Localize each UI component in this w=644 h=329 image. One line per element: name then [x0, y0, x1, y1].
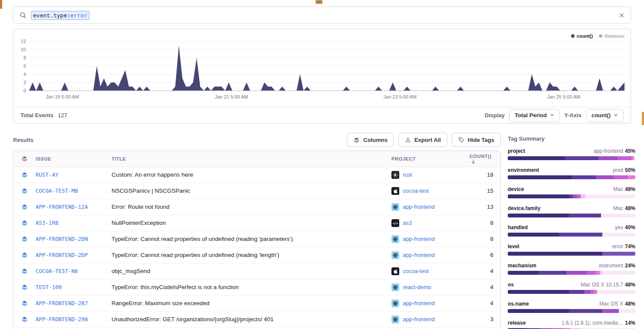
- issue-title: UnauthorizedError: GET /organizations/{o…: [112, 316, 273, 322]
- issue-link[interactable]: APP-FRONTEND-298: [36, 316, 88, 322]
- results-table-card: ISSUE TITLE PROJECT COUNT() RUST-AYCusto…: [13, 151, 501, 329]
- platform-icon-apple: [391, 267, 399, 275]
- discover-events-page: { "search": { "token_key": "event.type:"…: [0, 0, 644, 329]
- tag-distribution-bar[interactable]: [508, 156, 635, 160]
- svg-text:10: 10: [21, 47, 26, 52]
- results-table: ISSUE TITLE PROJECT COUNT() RUST-AYCusto…: [13, 151, 501, 329]
- issue-stack-icon: [21, 252, 28, 258]
- tag-key: os.name: [508, 301, 529, 307]
- tag-icon: [458, 137, 464, 143]
- tag-top-percent: 48%: [625, 282, 635, 288]
- events-chart-card: count() Releases 024681012Jan 19 5:00 AM…: [13, 29, 631, 124]
- tag-distribution-bar[interactable]: [508, 233, 635, 237]
- svg-text:12: 12: [21, 39, 26, 44]
- platform-icon-code: </>: [391, 219, 399, 227]
- issue-title: TypeError: Cannot read properties of und…: [112, 252, 279, 258]
- issue-stack-icon: [21, 171, 28, 178]
- issue-stack-icon: [21, 316, 28, 322]
- display-dropdown-value: Total Period: [515, 112, 547, 118]
- hide-tags-button[interactable]: Hide Tags: [452, 133, 501, 147]
- screenshot-handle-top: [315, 0, 322, 4]
- table-row: TEST-100TypeError: this.myCodeIsPerfect …: [13, 279, 501, 295]
- issue-title: Custom: An error happens here: [112, 171, 193, 178]
- issue-stack-icon: [21, 188, 28, 194]
- tag-project: projectapp-frontend45%: [508, 148, 635, 160]
- tag-key: device.family: [508, 205, 540, 211]
- event-count: 8: [469, 231, 501, 247]
- project-link[interactable]: cocoa-test: [403, 268, 429, 274]
- tag-top-value: Mac OS X48%: [599, 301, 635, 307]
- issue-link[interactable]: RUST-AY: [36, 171, 59, 178]
- tag-distribution-bar[interactable]: [508, 175, 635, 179]
- event-count: 3: [469, 311, 501, 327]
- project-link[interactable]: cocoa-test: [403, 188, 429, 194]
- tag-top-value: yes40%: [615, 224, 635, 230]
- svg-text:Jan 23 5:00 AM: Jan 23 5:00 AM: [384, 94, 417, 99]
- issue-title: TypeError: this.myCodeIsPerfect is not a…: [112, 284, 239, 290]
- events-over-time-chart[interactable]: 024681012Jan 19 5:00 AMJan 21 5:00 AMJan…: [17, 38, 627, 103]
- platform-icon-react: [391, 235, 399, 243]
- column-header-issue[interactable]: ISSUE: [35, 151, 111, 167]
- tag-key: mechanism: [508, 263, 536, 269]
- platform-icon-react: [391, 251, 399, 259]
- search-query-token[interactable]: event.type:error: [31, 11, 89, 20]
- screenshot-handle-right: [642, 112, 644, 125]
- svg-text:Jan 21 5:00 AM: Jan 21 5:00 AM: [215, 94, 248, 99]
- svg-text:4: 4: [23, 72, 26, 77]
- layers-column-icon: [21, 155, 28, 162]
- tag-mechanism: mechanisminstrument24%: [508, 263, 635, 275]
- table-row: APP-FRONTEND-2DPTypeError: Cannot read p…: [13, 247, 501, 263]
- issue-link[interactable]: TEST-100: [36, 284, 62, 290]
- event-count: 8: [469, 215, 501, 231]
- column-header-count[interactable]: COUNT(): [469, 151, 501, 167]
- chart-footer: Total Events 127 Display Total Period Y-…: [13, 107, 631, 123]
- issue-link[interactable]: COCOA-TEST-N6: [36, 268, 78, 274]
- project-link[interactable]: app-frontend: [403, 300, 435, 306]
- yaxis-dropdown-value: count(): [591, 112, 611, 118]
- table-row: COCOA-TEST-N6objc_msgSendcocoa-test4: [13, 263, 501, 279]
- tag-top-percent: 45%: [625, 148, 635, 154]
- project-link[interactable]: app-frontend: [403, 236, 435, 242]
- search-bar[interactable]: event.type:error: [13, 7, 631, 24]
- columns-button[interactable]: Columns: [347, 133, 394, 147]
- export-all-button[interactable]: Export All: [398, 133, 447, 147]
- column-header-project[interactable]: PROJECT: [391, 151, 469, 167]
- tag-device.family: device.familyMac48%: [508, 205, 635, 217]
- issue-link[interactable]: APP-FRONTEND-12A: [36, 204, 88, 210]
- results-header-bar: Results Columns Export All Hide Tags: [13, 133, 501, 147]
- issue-title: NSCGSPanicv | NSCGSPanic: [112, 188, 190, 194]
- issue-link[interactable]: APP-FRONTEND-2DP: [36, 252, 88, 258]
- issue-link[interactable]: COCOA-TEST-MB: [36, 188, 78, 194]
- project-link[interactable]: rust: [403, 171, 412, 178]
- project-link[interactable]: app-frontend: [403, 252, 435, 258]
- issue-stack-icon: [21, 204, 28, 210]
- tag-distribution-bar[interactable]: [508, 194, 635, 198]
- column-header-title[interactable]: TITLE: [111, 151, 391, 167]
- issue-link[interactable]: APP-FRONTEND-2B7: [36, 300, 88, 306]
- tag-key: device: [508, 186, 524, 192]
- tag-distribution-bar[interactable]: [508, 271, 635, 275]
- clear-search-icon[interactable]: [619, 13, 624, 18]
- tag-distribution-bar[interactable]: [508, 214, 635, 217]
- issue-stack-icon: [21, 268, 28, 274]
- tag-distribution-bar[interactable]: [508, 290, 635, 294]
- table-row: AS3-1RBNullPointerException</>as38: [13, 215, 501, 231]
- svg-text:2: 2: [23, 80, 26, 85]
- event-count: 15: [469, 183, 501, 199]
- tag-top-value: Mac OS X 10.15.748%: [581, 282, 635, 288]
- issue-link[interactable]: AS3-1RB: [36, 220, 59, 226]
- project-link[interactable]: app-frontend: [403, 204, 435, 210]
- display-dropdown[interactable]: Total Period: [509, 109, 560, 122]
- event-count: 6: [469, 247, 501, 263]
- tag-key: project: [508, 148, 525, 154]
- platform-icon-react: [391, 203, 399, 211]
- tag-os: osMac OS X 10.15.748%: [508, 282, 635, 294]
- tag-distribution-bar[interactable]: [508, 309, 635, 313]
- project-link[interactable]: react-demo: [403, 284, 431, 290]
- yaxis-dropdown[interactable]: count(): [586, 109, 624, 122]
- tag-distribution-bar[interactable]: [508, 252, 635, 256]
- issue-link[interactable]: APP-FRONTEND-2DN: [36, 236, 88, 242]
- project-link[interactable]: as3: [403, 220, 412, 226]
- event-count: 4: [469, 295, 501, 311]
- project-link[interactable]: app-frontend: [403, 316, 435, 322]
